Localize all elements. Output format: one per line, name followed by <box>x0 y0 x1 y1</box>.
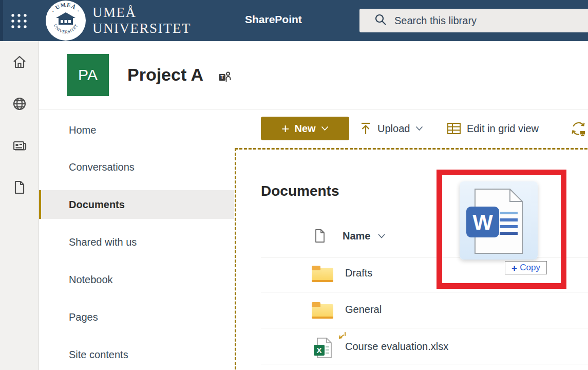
wordmark-line2: UNIVERSITET <box>92 21 191 36</box>
upload-icon <box>359 122 372 135</box>
site-logo-tile[interactable]: PA <box>67 54 109 96</box>
top-app-bar: · UMEÅ · UNIVERSITET UMEÅ UNIVERSITET Sh… <box>0 0 588 41</box>
file-type-column-icon <box>314 229 326 243</box>
sharepoint-app-name[interactable]: SharePoint <box>245 13 302 26</box>
wordmark-line1: UMEÅ <box>92 5 191 21</box>
row-course-evaluation[interactable]: Course evaluation.xlsx <box>345 341 448 353</box>
app-launcher-waffle-icon[interactable] <box>9 11 29 31</box>
upload-button[interactable]: Upload <box>359 117 423 140</box>
globe-icon[interactable] <box>11 96 28 112</box>
nav-item-conversations[interactable]: Conversations <box>39 153 234 181</box>
umea-university-wordmark: UMEÅ UNIVERSITET <box>92 5 191 36</box>
svg-text:X: X <box>316 346 321 355</box>
svg-text:W: W <box>472 210 493 234</box>
sync-icon[interactable] <box>570 120 587 139</box>
nav-item-home[interactable]: Home <box>39 116 234 144</box>
row-separator <box>261 328 588 328</box>
search-input[interactable] <box>394 15 564 27</box>
microsoft-teams-icon: T <box>218 71 232 83</box>
umea-university-seal-logo[interactable]: · UMEÅ · UNIVERSITET <box>45 0 86 41</box>
plus-icon: + <box>281 121 289 137</box>
row-drafts[interactable]: Drafts <box>345 267 372 279</box>
global-left-rail <box>0 41 39 370</box>
nav-item-documents[interactable]: Documents <box>39 190 234 219</box>
row-separator <box>261 364 588 364</box>
news-icon[interactable] <box>11 138 28 154</box>
name-column-header[interactable]: Name <box>314 229 386 243</box>
new-button[interactable]: + New <box>261 117 349 140</box>
dragged-word-file-thumbnail[interactable]: W <box>460 181 538 260</box>
row-general[interactable]: General <box>345 304 382 316</box>
library-title: Documents <box>261 183 339 199</box>
chevron-down-icon <box>377 233 386 239</box>
folder-icon[interactable] <box>312 266 333 282</box>
site-navigation: Home Conversations Documents Shared with… <box>39 109 235 370</box>
search-icon <box>374 13 387 28</box>
nav-item-pages[interactable]: Pages <box>39 303 234 331</box>
nav-item-shared-with-us[interactable]: Shared with us <box>39 228 234 256</box>
site-title[interactable]: Project A <box>127 65 203 85</box>
grid-view-icon <box>447 122 461 135</box>
plus-icon: + <box>511 263 517 273</box>
chevron-down-icon <box>321 126 329 131</box>
document-icon[interactable] <box>11 179 28 196</box>
window-edge <box>0 0 3 41</box>
svg-text:T: T <box>220 75 223 80</box>
excel-file-icon[interactable]: X <box>313 337 333 361</box>
edit-in-grid-view-button[interactable]: Edit in grid view <box>447 117 539 140</box>
library-search-box[interactable] <box>359 9 588 32</box>
row-separator <box>261 292 588 292</box>
chevron-down-icon <box>415 126 423 131</box>
home-icon[interactable] <box>11 54 28 70</box>
nav-item-notebook[interactable]: Notebook <box>39 265 234 294</box>
copy-drop-tooltip: + Copy <box>505 261 547 274</box>
nav-item-site-contents[interactable]: Site contents <box>39 340 234 369</box>
folder-icon[interactable] <box>312 302 333 319</box>
